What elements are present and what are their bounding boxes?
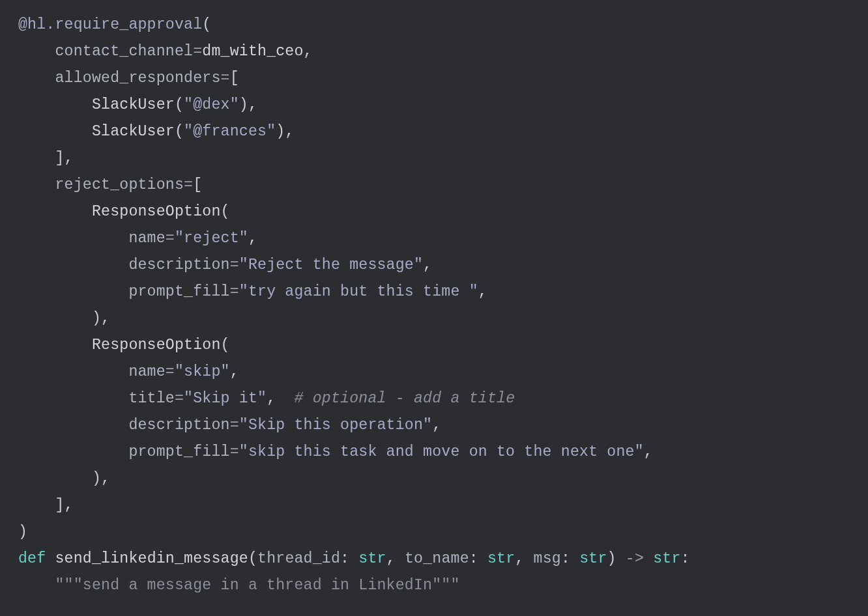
- open-paren: (: [175, 96, 184, 113]
- colon: :: [561, 550, 570, 567]
- comma: ,: [304, 43, 313, 60]
- keyword-def: def: [18, 550, 46, 567]
- class-slackuser: SlackUser: [92, 96, 175, 113]
- open-bracket: [: [193, 176, 202, 193]
- class-responseoption: ResponseOption: [92, 337, 221, 354]
- kwarg-prompt-fill: prompt_fill: [128, 283, 229, 300]
- comma: ,: [101, 310, 110, 327]
- class-responseoption: ResponseOption: [92, 203, 221, 220]
- comma: ,: [248, 96, 257, 113]
- close-paren: ): [607, 550, 616, 567]
- comma: ,: [267, 390, 276, 407]
- comma: ,: [515, 550, 524, 567]
- class-slackuser: SlackUser: [92, 123, 175, 140]
- open-paren: (: [221, 203, 230, 220]
- equals: =: [221, 70, 230, 87]
- string-reject-msg: "Reject the message": [239, 257, 423, 273]
- string-skip: "skip": [175, 363, 230, 380]
- docstring: """send a message in a thread in LinkedI…: [55, 577, 459, 594]
- kwarg-description: description: [128, 257, 229, 273]
- close-paren: ): [18, 524, 27, 540]
- close-paren: ): [276, 123, 285, 140]
- equals: =: [230, 417, 239, 434]
- equals: =: [230, 443, 239, 460]
- string-frances: "@frances": [184, 123, 276, 140]
- kwarg-name: name: [128, 363, 165, 380]
- equals: =: [193, 43, 202, 60]
- type-str: str: [487, 550, 515, 567]
- comma: ,: [65, 497, 74, 514]
- open-paren: (: [202, 16, 211, 33]
- open-paren: (: [175, 123, 184, 140]
- type-str: str: [358, 550, 386, 567]
- close-bracket: ]: [55, 497, 64, 514]
- equals: =: [175, 390, 184, 407]
- param-thread-id: thread_id: [257, 550, 340, 567]
- type-str: str: [579, 550, 607, 567]
- kwarg-allowed-responders: allowed_responders: [55, 70, 220, 87]
- identifier-dm-with-ceo: dm_with_ceo: [202, 43, 303, 60]
- comma: ,: [65, 150, 74, 167]
- equals: =: [166, 230, 175, 247]
- string-reject: "reject": [175, 230, 248, 247]
- equals: =: [230, 257, 239, 273]
- kwarg-contact-channel: contact_channel: [55, 43, 193, 60]
- open-bracket: [: [230, 70, 239, 87]
- open-paren: (: [248, 550, 257, 567]
- comma: ,: [230, 363, 239, 380]
- kwarg-prompt-fill: prompt_fill: [128, 443, 229, 460]
- param-to-name: to_name: [405, 550, 469, 567]
- string-skip-op: "Skip this operation": [239, 417, 432, 434]
- code-block: @hl.require_approval( contact_channel=dm…: [0, 0, 868, 611]
- colon: :: [681, 550, 690, 567]
- comma: ,: [644, 443, 653, 460]
- comment-title: # optional - add a title: [295, 390, 515, 407]
- param-msg: msg: [534, 550, 561, 567]
- kwarg-name: name: [128, 230, 165, 247]
- comma: ,: [386, 550, 396, 567]
- string-try-again: "try again but this time ": [239, 283, 478, 300]
- kwarg-reject-options: reject_options: [55, 176, 184, 193]
- comma: ,: [101, 470, 110, 487]
- arrow-op: ->: [626, 550, 644, 567]
- comma: ,: [478, 283, 487, 300]
- close-bracket: ]: [55, 150, 64, 167]
- string-skip-task: "skip this task and move on to the next …: [239, 443, 644, 460]
- close-paren: ): [92, 470, 101, 487]
- decorator: @hl.require_approval: [18, 16, 202, 33]
- comma: ,: [432, 417, 441, 434]
- equals: =: [184, 176, 193, 193]
- close-paren: ): [92, 310, 101, 327]
- return-type-str: str: [653, 550, 680, 567]
- equals: =: [230, 283, 239, 300]
- string-dex: "@dex": [184, 96, 239, 113]
- close-paren: ): [239, 96, 248, 113]
- comma: ,: [248, 230, 257, 247]
- string-skip-it: "Skip it": [184, 390, 267, 407]
- function-name: send_linkedin_message: [55, 550, 248, 567]
- colon: :: [340, 550, 349, 567]
- comma: ,: [285, 123, 294, 140]
- open-paren: (: [221, 337, 230, 354]
- kwarg-title: title: [128, 390, 175, 407]
- colon: :: [469, 550, 478, 567]
- kwarg-description: description: [128, 417, 229, 434]
- comma: ,: [423, 257, 432, 273]
- equals: =: [166, 363, 175, 380]
